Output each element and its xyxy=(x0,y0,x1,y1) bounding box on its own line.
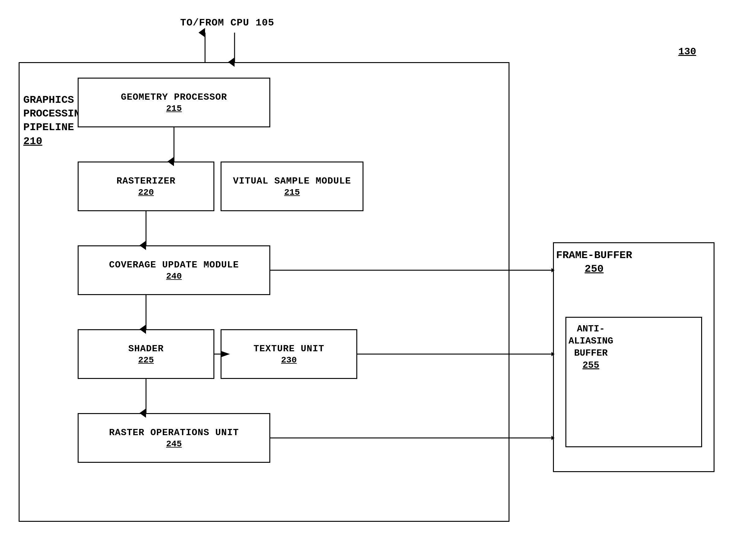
rasterizer-box: RASTERIZER 220 xyxy=(78,161,214,211)
aa-buffer-label: ANTI- ALIASING BUFFER 255 xyxy=(569,323,613,371)
texture-unit-box: TEXTURE UNIT 230 xyxy=(220,329,357,379)
raster-operations-unit-box: RASTER OPERATIONS UNIT 245 xyxy=(78,413,270,463)
coverage-update-module-box: COVERAGE UPDATE MODULE 240 xyxy=(78,245,270,295)
shader-box: SHADER 225 xyxy=(78,329,214,379)
cpu-label: TO/FROM CPU 105 xyxy=(180,17,274,28)
virtual-sample-module-box: VITUAL SAMPLE MODULE 215 xyxy=(220,161,363,211)
geometry-processor-box: GEOMETRY PROCESSOR 215 xyxy=(78,78,270,127)
framebuffer-label: FRAME-BUFFER 250 xyxy=(556,249,632,276)
pipeline-label: GRAPHICS PROCESSING PIPELINE 210 xyxy=(23,93,87,148)
diagram: TO/FROM CPU 105 130 GRAPHICS PROCESSING … xyxy=(0,0,749,560)
gpu-ref-label: 130 xyxy=(678,46,696,58)
